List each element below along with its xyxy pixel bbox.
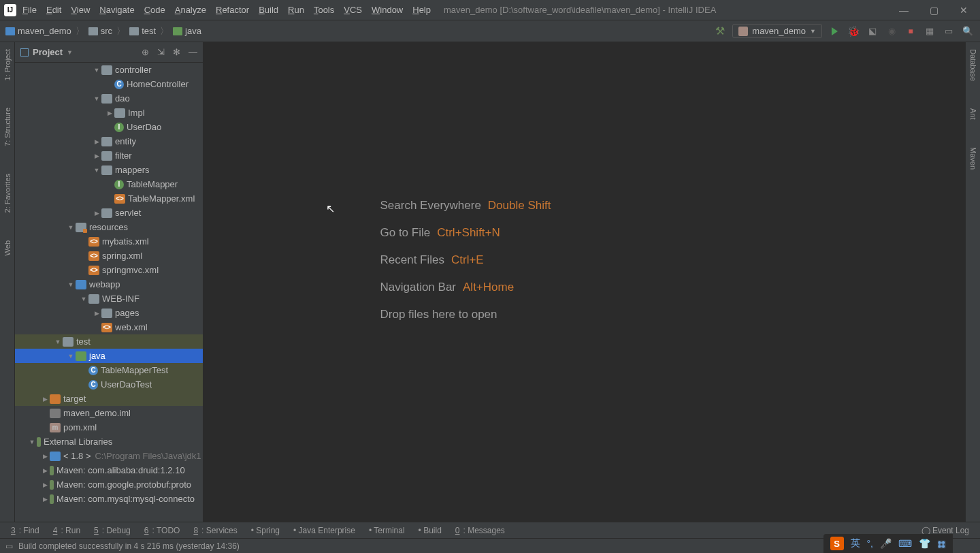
tree-node[interactable]: < 1.8 >C:\Program Files\Java\jdk1 [15,449,203,463]
menu-tools[interactable]: Tools [309,3,339,17]
menu-code[interactable]: Code [140,3,170,17]
bottom-tab-debug[interactable]: 5: Debug [88,524,136,537]
left-tool-strip: 1: Project7: Structure2: FavoritesWeb [0,42,15,522]
tree-node[interactable]: Maven: com.google.protobuf:proto [15,477,203,492]
tree-node[interactable]: entity [15,134,203,148]
tree-node[interactable]: <>mybatis.xml [15,234,203,249]
breadcrumb-item[interactable]: 〉test [115,25,156,37]
bottom-tab-services[interactable]: 8: Services [188,524,242,537]
expand-icon[interactable]: ⇲ [157,47,165,57]
tree-node[interactable]: controller [15,63,203,77]
menu-edit[interactable]: Edit [42,3,66,17]
tree-node[interactable]: CTableMapperTest [15,363,203,377]
ime-toolbar[interactable]: S 英 °, 🎤 ⌨ 👕 ▦ [823,534,953,553]
tool-tab-ant[interactable]: Ant [969,108,977,120]
tree-node[interactable]: servlet [15,206,203,220]
tree-node[interactable]: WEB-INF [15,291,203,306]
tree-node[interactable]: Maven: com.mysql:mysql-connecto [15,492,203,506]
chevron-down-icon[interactable]: ▼ [67,49,73,56]
tree-node[interactable]: dao [15,91,203,106]
ime-grid-icon[interactable]: ▦ [937,538,946,549]
menu-view[interactable]: View [66,3,95,17]
tree-node[interactable]: <>web.xml [15,320,203,334]
menu-file[interactable]: File [18,3,42,17]
layout-button[interactable]: ▦ [923,25,936,38]
tree-node[interactable]: webapp [15,277,203,291]
tree-node[interactable]: resources [15,220,203,234]
bottom-tab-todo[interactable]: 6: TODO [139,524,186,537]
close-button[interactable]: ✕ [957,3,970,17]
navigation-bar: maven_demo〉src〉test〉java ⚒ maven_demo ▼ … [0,20,980,42]
tree-node[interactable]: Impl [15,106,203,120]
menu-run[interactable]: Run [283,3,309,17]
project-view-icon [20,48,29,57]
bottom-tab-spring[interactable]: • Spring [246,524,285,537]
maximize-button[interactable]: ▢ [927,3,941,17]
window-button[interactable]: ▭ [942,25,956,38]
tree-node[interactable]: target [15,392,203,406]
tree-node[interactable]: mappers [15,163,203,177]
tree-node[interactable]: java [15,349,203,363]
tool-tab-favorites[interactable]: 2: Favorites [3,174,12,212]
coverage-button[interactable]: ⬕ [866,25,879,38]
tree-node[interactable]: ITableMapper [15,177,203,191]
locate-icon[interactable]: ⊕ [142,47,149,57]
run-configuration-dropdown[interactable]: maven_demo ▼ [732,24,822,38]
tree-node[interactable]: <>spring.xml [15,249,203,263]
ime-mic-icon[interactable]: 🎤 [880,538,892,549]
debug-button[interactable]: 🐞 [847,25,860,38]
menu-window[interactable]: Window [367,3,408,17]
ime-skin-icon[interactable]: 👕 [919,538,930,549]
project-panel-title[interactable]: Project [33,47,63,57]
menu-help[interactable]: Help [408,3,436,17]
stop-button[interactable]: ■ [904,25,917,38]
menu-refactor[interactable]: Refactor [211,3,254,17]
tree-node[interactable]: IUserDao [15,120,203,134]
tree-node[interactable]: maven_demo.iml [15,406,203,420]
tree-node[interactable]: filter [15,148,203,163]
bottom-tab-java-enterprise[interactable]: • Java Enterprise [288,524,361,537]
build-icon[interactable]: ⚒ [713,25,727,38]
bottom-tab-find[interactable]: 3: Find [5,524,45,537]
tool-tab-project[interactable]: 1: Project [3,49,12,80]
gear-icon[interactable]: ✻ [173,47,180,57]
ime-keyboard-icon[interactable]: ⌨ [898,538,912,549]
menu-build[interactable]: Build [254,3,283,17]
tree-node[interactable]: CHomeController [15,77,203,91]
tool-tab-maven[interactable]: Maven [969,147,977,170]
chevron-down-icon: ▼ [810,28,816,35]
editor-hint: Recent FilesCtrl+E [380,253,789,267]
menu-analyze[interactable]: Analyze [170,3,211,17]
tree-node[interactable]: Maven: com.alibaba:druid:1.2.10 [15,463,203,477]
breadcrumb-item[interactable]: maven_demo [5,26,71,36]
tree-node[interactable]: pages [15,306,203,320]
ime-punct-icon[interactable]: °, [867,538,874,549]
breadcrumb[interactable]: maven_demo〉src〉test〉java [5,25,201,37]
run-button[interactable] [828,25,841,38]
tree-node[interactable]: mpom.xml [15,420,203,434]
tree-node[interactable]: CUserDaoTest [15,377,203,392]
menu-navigate[interactable]: Navigate [95,3,139,17]
tree-node[interactable]: <>TableMapper.xml [15,191,203,206]
bottom-tab-messages[interactable]: 0: Messages [450,524,510,537]
editor-hint: Drop files here to open [380,308,789,321]
status-message: Build completed successfully in 4 s 216 … [18,541,240,551]
search-icon[interactable]: 🔍 [961,25,975,38]
tool-tab-database[interactable]: Database [969,49,977,81]
tree-node[interactable]: test [15,334,203,349]
tool-tab-structure[interactable]: 7: Structure [3,108,12,146]
bottom-tab-run[interactable]: 4: Run [48,524,86,537]
tool-tab-web[interactable]: Web [3,240,12,255]
bottom-tab-terminal[interactable]: • Terminal [363,524,410,537]
breadcrumb-item[interactable]: 〉src [74,25,112,37]
ime-lang[interactable]: 英 [851,537,860,550]
minimize-button[interactable]: — [897,3,911,17]
menu-vcs[interactable]: VCS [339,3,367,17]
tree-node[interactable]: External Libraries [15,434,203,449]
breadcrumb-item[interactable]: 〉java [159,25,201,37]
tree-node[interactable]: <>springmvc.xml [15,263,203,277]
hide-icon[interactable]: — [189,47,197,57]
profile-button[interactable]: ◉ [885,25,898,38]
bottom-tab-build[interactable]: • Build [413,524,447,537]
project-tree[interactable]: controllerCHomeControllerdaoImplIUserDao… [15,63,203,522]
